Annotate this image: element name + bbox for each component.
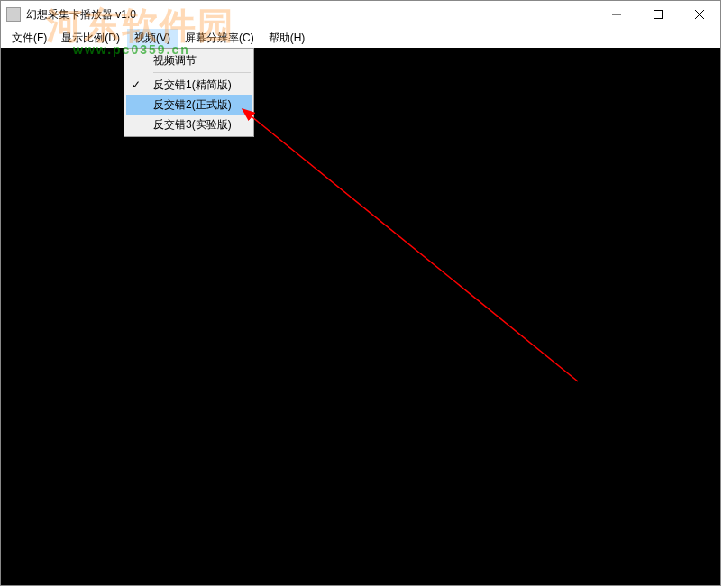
dropdown-item-deinterlace2[interactable]: 反交错2(正式版) [126, 95, 252, 115]
window-controls [596, 1, 720, 28]
menu-resolution[interactable]: 屏幕分辨率(C) [178, 29, 261, 48]
dropdown-item-label: 反交错2(正式版) [153, 97, 232, 113]
close-button[interactable] [679, 1, 720, 28]
maximize-button[interactable] [637, 1, 679, 28]
titlebar: 幻想采集卡播放器 v1.0 [1, 1, 720, 28]
app-window: 幻想采集卡播放器 v1.0 文件(F) 显示比例(D) 视频(V) 屏幕分辨率(… [0, 0, 721, 586]
minimize-button[interactable] [596, 1, 637, 28]
dropdown-item-deinterlace3[interactable]: 反交错3(实验版) [126, 115, 252, 134]
video-area [1, 48, 720, 585]
menu-file[interactable]: 文件(F) [5, 29, 54, 48]
svg-rect-1 [654, 11, 663, 19]
close-icon [695, 10, 704, 19]
menu-display-ratio[interactable]: 显示比例(D) [54, 29, 127, 48]
check-icon: ✓ [132, 78, 141, 91]
video-dropdown: 视频调节 ✓ 反交错1(精简版) 反交错2(正式版) 反交错3(实验版) [124, 48, 254, 137]
dropdown-header-label: 视频调节 [153, 53, 197, 69]
app-icon [6, 7, 21, 22]
titlebar-left: 幻想采集卡播放器 v1.0 [6, 7, 136, 23]
minimize-icon [612, 10, 621, 19]
maximize-icon [654, 10, 663, 19]
menu-help[interactable]: 帮助(H) [261, 29, 313, 48]
dropdown-header[interactable]: 视频调节 [126, 51, 252, 70]
menubar: 文件(F) 显示比例(D) 视频(V) 屏幕分辨率(C) 帮助(H) [1, 28, 720, 48]
window-title: 幻想采集卡播放器 v1.0 [26, 7, 136, 23]
dropdown-item-label: 反交错1(精简版) [153, 78, 232, 93]
dropdown-item-deinterlace1[interactable]: ✓ 反交错1(精简版) [126, 75, 252, 95]
dropdown-item-label: 反交错3(实验版) [153, 117, 232, 133]
menu-video[interactable]: 视频(V) [127, 29, 178, 48]
dropdown-separator [153, 72, 251, 73]
